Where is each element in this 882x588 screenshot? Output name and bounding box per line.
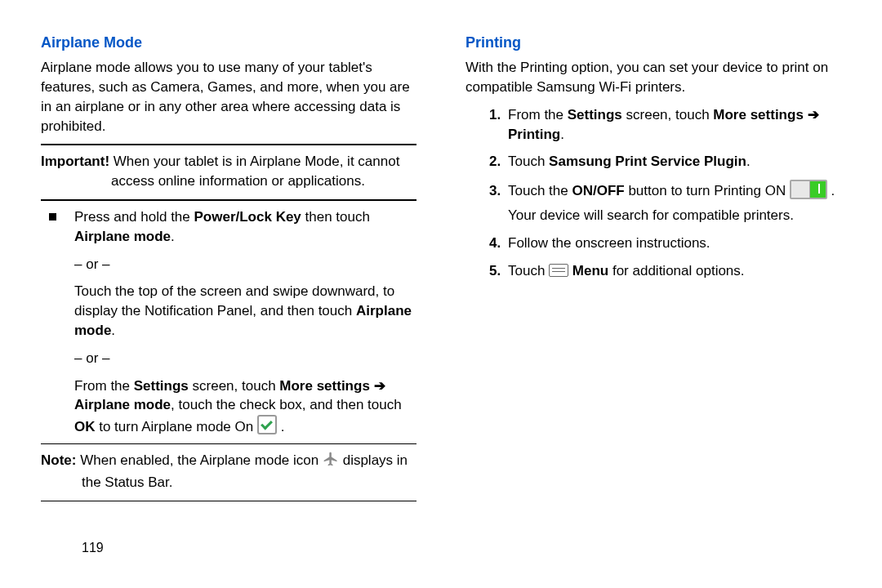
note-block: Note: When enabled, the Airplane mode ic… [41, 451, 416, 492]
important-line1: When your tablet is in Airplane Mode, it… [114, 154, 400, 169]
square-bullet-icon [49, 213, 56, 220]
airplane-intro: Airplane mode allows you to use many of … [41, 58, 416, 136]
printing-steps: From the Settings screen, touch More set… [466, 105, 841, 281]
step-2: Touch Samsung Print Service Plugin. [505, 152, 841, 172]
divider [41, 443, 416, 444]
bullet-line-1: Press and hold the Power/Lock Key then t… [74, 207, 416, 247]
bullet-item: Press and hold the Power/Lock Key then t… [41, 207, 416, 437]
step-1: From the Settings screen, touch More set… [505, 105, 841, 145]
step-3-extra: Your device will search for compatible p… [508, 206, 841, 225]
note-text-b: displays in [343, 452, 408, 468]
divider [41, 501, 416, 501]
step-5: Touch Menu for additional options. [505, 261, 841, 281]
or-separator: – or – [74, 349, 416, 368]
note-label: Note: [41, 452, 80, 468]
airplane-icon [323, 451, 339, 473]
note-text-c: the Status Bar. [41, 473, 416, 492]
important-line2: access online information or application… [41, 172, 416, 191]
bullet-line-2: Touch the top of the screen and swipe do… [74, 282, 416, 340]
divider [41, 199, 416, 201]
airplane-mode-heading: Airplane Mode [41, 33, 416, 53]
divider [41, 144, 416, 145]
important-label: Important! [41, 154, 114, 169]
page-number: 119 [82, 541, 104, 555]
printing-intro: With the Printing option, you can set yo… [466, 58, 841, 97]
bullet-line-3: From the Settings screen, touch More set… [74, 376, 416, 437]
printing-heading: Printing [466, 33, 841, 53]
right-column: Printing With the Printing option, you c… [466, 33, 841, 572]
manual-page: Airplane Mode Airplane mode allows you t… [0, 0, 882, 588]
step-3: Touch the ON/OFF button to turn Printing… [505, 180, 841, 225]
left-column: Airplane Mode Airplane mode allows you t… [41, 33, 416, 572]
menu-icon [549, 264, 568, 277]
step-4: Follow the onscreen instructions. [505, 234, 841, 253]
checked-checkbox-icon [257, 415, 277, 434]
important-note: Important! When your tablet is in Airpla… [41, 152, 416, 191]
or-separator: – or – [74, 255, 416, 274]
bullet-body: Press and hold the Power/Lock Key then t… [74, 207, 416, 437]
toggle-on-icon [790, 180, 827, 199]
note-text-a: When enabled, the Airplane mode icon [80, 452, 323, 468]
